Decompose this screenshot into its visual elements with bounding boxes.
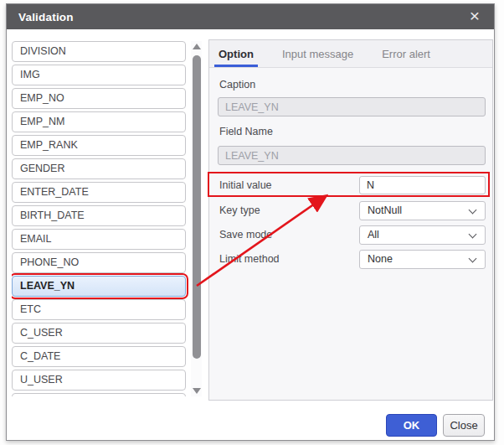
- initial-value-input[interactable]: [359, 176, 486, 194]
- tab-strip: Option Input message Error alert: [209, 40, 492, 68]
- list-item-emp-rank[interactable]: EMP_RANK: [12, 135, 186, 156]
- validation-dialog: Validation × DIVISION IMG EMP_NO EMP_NM …: [6, 3, 495, 441]
- scrollbar-thumb[interactable]: [193, 55, 201, 359]
- list-item-enter-date[interactable]: ENTER_DATE: [12, 182, 186, 203]
- close-icon[interactable]: ×: [464, 4, 486, 29]
- initial-value-label: Initial value: [219, 179, 272, 191]
- chevron-down-icon: [469, 230, 477, 239]
- caption-field: [218, 97, 486, 116]
- ok-button[interactable]: OK: [386, 414, 437, 437]
- validation-dialog-screen: Validation × DIVISION IMG EMP_NO EMP_NM …: [0, 0, 504, 445]
- dialog-titlebar: Validation ×: [7, 4, 494, 29]
- limit-method-value: None: [368, 253, 393, 265]
- scroll-down-icon[interactable]: [191, 385, 202, 396]
- dialog-title: Validation: [7, 11, 74, 23]
- key-type-value: NotNull: [368, 204, 402, 216]
- close-button[interactable]: Close: [443, 414, 485, 437]
- save-mode-label: Save mode: [219, 229, 272, 241]
- list-item-email[interactable]: EMAIL: [12, 229, 186, 250]
- field-name-field: [218, 146, 486, 165]
- list-item-birth-date[interactable]: BIRTH_DATE: [12, 205, 186, 226]
- scroll-up-icon[interactable]: [191, 41, 202, 52]
- field-name-label: Field Name: [219, 126, 273, 137]
- limit-method-select[interactable]: None: [359, 250, 486, 269]
- limit-method-label: Limit method: [219, 253, 280, 265]
- list-item-img[interactable]: IMG: [12, 65, 186, 85]
- option-panel: Option Input message Error alert Caption…: [208, 39, 493, 401]
- tab-error-alert[interactable]: Error alert: [378, 48, 435, 67]
- list-item-c-user[interactable]: C_USER: [12, 323, 186, 344]
- save-mode-select[interactable]: All: [359, 225, 486, 245]
- caption-label: Caption: [219, 79, 255, 91]
- chevron-down-icon: [469, 255, 477, 263]
- list-item-division[interactable]: DIVISION: [12, 41, 186, 62]
- list-item-gender[interactable]: GENDER: [12, 158, 186, 179]
- list-item-emp-no[interactable]: EMP_NO: [12, 88, 186, 109]
- field-list: DIVISION IMG EMP_NO EMP_NM EMP_RANK GEND…: [12, 41, 202, 396]
- tab-input-message[interactable]: Input message: [278, 48, 357, 67]
- chevron-down-icon: [469, 206, 477, 215]
- list-item-c-date[interactable]: C_DATE: [12, 346, 186, 367]
- list-item-emp-nm[interactable]: EMP_NM: [12, 111, 186, 132]
- list-item-partial: [12, 393, 186, 396]
- tab-option[interactable]: Option: [214, 48, 258, 67]
- save-mode-value: All: [368, 229, 379, 241]
- list-item-u-user[interactable]: U_USER: [12, 370, 186, 391]
- list-item-etc[interactable]: ETC: [12, 299, 186, 320]
- key-type-select[interactable]: NotNull: [359, 201, 486, 220]
- list-item-phone-no[interactable]: PHONE_NO: [12, 252, 186, 273]
- field-list-items: DIVISION IMG EMP_NO EMP_NM EMP_RANK GEND…: [12, 41, 186, 396]
- list-item-leave-yn-selected[interactable]: LEAVE_YN: [12, 276, 186, 297]
- key-type-label: Key type: [219, 204, 260, 216]
- list-scrollbar[interactable]: [191, 41, 202, 396]
